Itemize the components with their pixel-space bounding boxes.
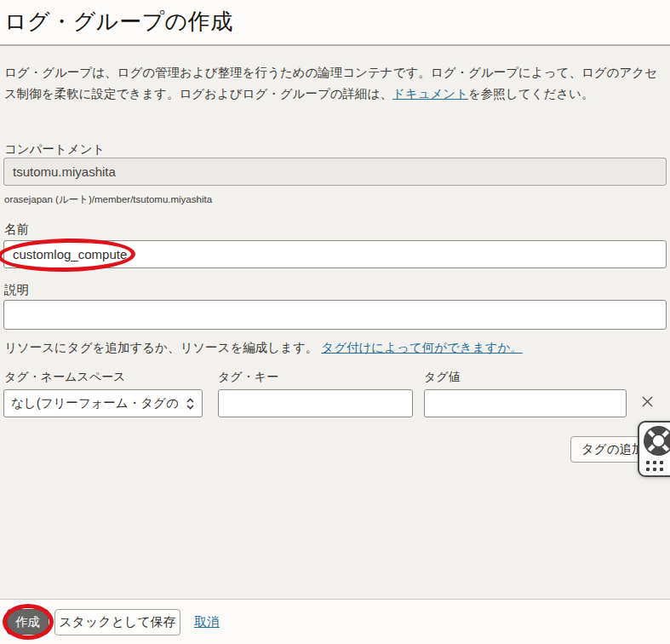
- page-title: ログ・グループの作成: [4, 7, 233, 37]
- description-label: 説明: [4, 282, 29, 298]
- create-log-group-page: ログ・グループの作成 ログ・グループは、ログの管理および整理を行うための論理コン…: [0, 0, 670, 644]
- grid-dots-icon: [646, 461, 663, 471]
- compartment-path-hint: orasejapan (ルート)/member/tsutomu.miyashit…: [4, 193, 212, 206]
- tagging-help-link[interactable]: タグ付けによって何ができますか。: [321, 341, 522, 354]
- documentation-link[interactable]: ドキュメント: [392, 87, 468, 101]
- tag-namespace-selected-value: なし(フリーフォーム・タグの...: [11, 395, 178, 411]
- close-x-icon: [641, 395, 654, 408]
- tag-key-field[interactable]: [218, 389, 413, 417]
- create-button[interactable]: 作成: [7, 609, 49, 635]
- life-preserver-icon: [643, 425, 670, 460]
- remove-tag-row-button[interactable]: [639, 393, 656, 410]
- save-as-stack-button[interactable]: スタックとして保存: [54, 609, 180, 635]
- tags-intro: リソースにタグを追加するか、リソースを編成します。 タグ付けによって何ができます…: [4, 337, 667, 359]
- tag-namespace-select[interactable]: なし(フリーフォーム・タグの...: [3, 389, 203, 417]
- tag-key-label: タグ・キー: [218, 370, 278, 385]
- compartment-field: [3, 158, 667, 186]
- intro-paragraph: ログ・グループは、ログの管理および整理を行うための論理コンテナです。ログ・グルー…: [4, 62, 667, 105]
- tags-intro-text: リソースにタグを追加するか、リソースを編成します。: [4, 341, 318, 354]
- intro-text-after: を参照してください。: [468, 87, 593, 101]
- compartment-label: コンパートメント: [4, 141, 105, 158]
- tag-value-field[interactable]: [424, 389, 627, 417]
- chevron-up-down-icon: [186, 397, 195, 411]
- name-label: 名前: [4, 221, 29, 238]
- floating-help-widget[interactable]: [638, 421, 670, 477]
- cancel-link[interactable]: 取消: [194, 614, 220, 630]
- tag-value-label: タグ値: [424, 370, 461, 385]
- page-header: ログ・グループの作成: [0, 0, 670, 46]
- tag-namespace-label: タグ・ネームスペース: [4, 370, 125, 385]
- name-field[interactable]: [3, 240, 667, 268]
- description-field[interactable]: [3, 300, 667, 330]
